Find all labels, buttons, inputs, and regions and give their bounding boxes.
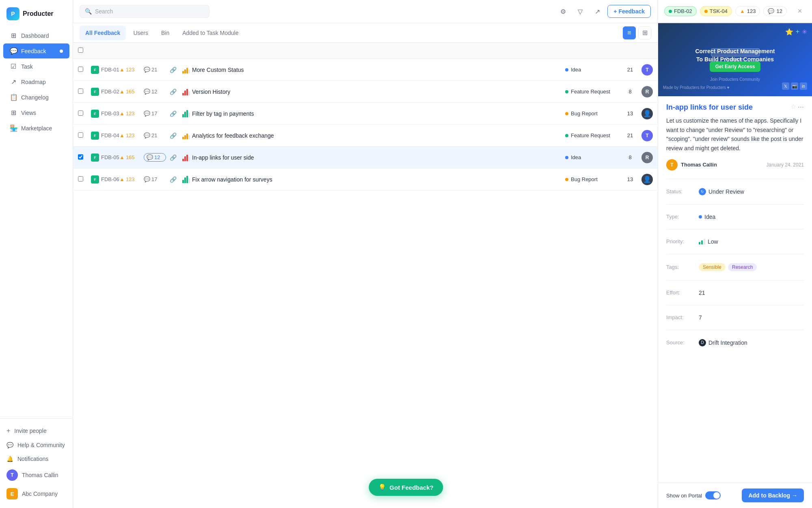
fdb-pill[interactable]: FDB-02 (664, 6, 697, 16)
show-portal-toggle[interactable] (705, 491, 721, 499)
more-options-button[interactable]: ··· (798, 103, 804, 111)
sidebar-item-task[interactable]: ☑ Task (3, 59, 69, 74)
main-area: 🔍 Search ⚙ ▽ ↗ + Feedback FDB-02 TSK-04 (73, 0, 812, 508)
trending-icon-button[interactable]: ↗ (590, 4, 604, 18)
priority-field: Priority: Low (666, 234, 804, 249)
table-row[interactable]: F FDB-03 ▲ 123 💬 17 🔗 (73, 103, 658, 125)
got-feedback-button[interactable]: 💡 Got Feedback? (369, 479, 443, 496)
table-row[interactable]: F FDB-02 ▲ 165 💬 12 🔗 (73, 81, 658, 103)
tag-research[interactable]: Research (728, 263, 757, 271)
sidebar: P Producter ⊞ Dashboard 💬 Feedback ☑ Tas… (0, 0, 73, 508)
list-view-button[interactable]: ≡ (623, 26, 636, 39)
user-avatar: R (641, 152, 653, 163)
row-id: F FDB-01 (91, 66, 119, 74)
invite-icon: + (6, 427, 10, 435)
row-title: More Custom Status (192, 67, 565, 73)
add-feedback-button[interactable]: + Feedback (607, 5, 651, 18)
tab-all-feedback[interactable]: All Feedback (80, 26, 126, 40)
select-all-checkbox[interactable] (78, 48, 83, 53)
feedback-table: F FDB-01 ▲ 123 💬 21 🔗 (73, 59, 658, 190)
company-profile[interactable]: E Abc Company (3, 484, 69, 503)
filter-icon-button[interactable]: ⚙ (556, 4, 570, 18)
detail-panel: Producter ⭐ + ✳ Correct Product Manageme… (658, 23, 812, 508)
comment-icon: 💬 (147, 154, 153, 160)
row-checkbox-col (78, 154, 91, 161)
row-id: F FDB-06 (91, 175, 119, 184)
sidebar-nav: ⊞ Dashboard 💬 Feedback ☑ Task ↗ Roadmap … (0, 26, 73, 418)
row-votes: ▲ 165 (119, 154, 144, 160)
sidebar-item-label: Roadmap (21, 79, 46, 85)
search-placeholder: Search (95, 8, 113, 15)
row-id: F FDB-03 (91, 110, 119, 118)
tab-bin[interactable]: Bin (155, 26, 175, 40)
task-icon: ☑ (10, 63, 17, 70)
got-feedback-label: Got Feedback? (389, 484, 433, 491)
help-label: Help & Community (17, 442, 65, 448)
row-checkbox[interactable] (78, 176, 83, 182)
mini-chart (182, 66, 190, 73)
row-score: 21 (622, 67, 638, 73)
row-comments: 💬 17 (144, 176, 166, 182)
table-row[interactable]: F FDB-01 ▲ 123 💬 21 🔗 (73, 59, 658, 81)
user-profile[interactable]: T Thomas Callin (3, 466, 69, 484)
invite-label: Invite people (14, 428, 46, 434)
sidebar-item-label: Task (21, 63, 33, 70)
fdb-row-icon: F (91, 88, 99, 96)
tag-sensible[interactable]: Sensible (699, 263, 726, 271)
row-chart-icon (180, 132, 192, 139)
sidebar-item-invite[interactable]: + Invite people (3, 424, 69, 438)
sidebar-item-roadmap[interactable]: ↗ Roadmap (3, 74, 69, 89)
row-checkbox[interactable] (78, 154, 83, 160)
add-to-backlog-button[interactable]: Add to Backlog → (742, 489, 804, 502)
type-dot (565, 134, 568, 137)
row-checkbox[interactable] (78, 67, 83, 72)
row-score: 8 (622, 89, 638, 95)
detail-title-row: In-app links for user side ☆ ··· (666, 103, 804, 112)
row-chart-icon (180, 66, 192, 73)
table-row[interactable]: F FDB-06 ▲ 123 💬 17 🔗 (73, 169, 658, 190)
close-panel-button[interactable]: × (794, 6, 806, 17)
show-portal-label: Show on Portal (666, 493, 702, 499)
priority-value: Low (699, 238, 718, 245)
sidebar-item-feedback[interactable]: 💬 Feedback (3, 43, 69, 58)
tab-added-task[interactable]: Added to Task Module (177, 26, 244, 40)
row-title: Analytics for feedback exchange (192, 132, 565, 139)
table-row[interactable]: F FDB-05 ▲ 165 💬 12 🔗 (73, 147, 658, 169)
sidebar-item-dashboard[interactable]: ⊞ Dashboard (3, 28, 69, 43)
row-checkbox[interactable] (78, 89, 83, 94)
table-row[interactable]: F FDB-04 ▲ 123 💬 21 🔗 (73, 125, 658, 147)
vote-up-icon: ▲ (119, 132, 125, 138)
row-checkbox[interactable] (78, 110, 83, 116)
row-checkbox[interactable] (78, 132, 83, 138)
mini-chart (182, 110, 190, 117)
preview-cta-button[interactable]: Get Early Access (710, 61, 761, 72)
row-link-icon: 🔗 (166, 154, 180, 161)
search-box[interactable]: 🔍 Search (80, 5, 209, 18)
tsk-label: TSK-04 (710, 8, 728, 14)
divider (666, 330, 804, 330)
grid-view-button[interactable]: ⊞ (638, 26, 651, 39)
row-avatar: T (638, 64, 653, 76)
comments-count: 12 (776, 8, 782, 14)
detail-footer: Show on Portal Add to Backlog → (658, 482, 812, 508)
funnel-icon-button[interactable]: ▽ (573, 4, 587, 18)
row-title: Fix arrow navigation for surveys (192, 176, 565, 183)
sidebar-item-views[interactable]: ⊞ Views (3, 105, 69, 120)
sidebar-item-help[interactable]: 💬 Help & Community (3, 438, 69, 452)
source-field: Source: D Drift Integration (666, 335, 804, 350)
row-title: Version History (192, 89, 565, 95)
user-avatar: R (641, 86, 653, 97)
type-text: Idea (704, 214, 715, 220)
user-avatar: T (6, 469, 18, 481)
mini-chart (182, 132, 190, 139)
type-label: Idea (571, 67, 581, 73)
tsk-pill[interactable]: TSK-04 (700, 6, 732, 16)
star-button[interactable]: ☆ (790, 103, 796, 111)
vote-up-icon: ▲ (119, 89, 125, 95)
tab-users[interactable]: Users (127, 26, 154, 40)
sidebar-item-notifications[interactable]: 🔔 Notifications (3, 452, 69, 466)
sidebar-item-marketplace[interactable]: 🏪 Marketplace (3, 121, 69, 136)
effort-label: Effort: (666, 290, 699, 296)
sidebar-item-changelog[interactable]: 📋 Changelog (3, 90, 69, 105)
type-dot (699, 215, 702, 218)
